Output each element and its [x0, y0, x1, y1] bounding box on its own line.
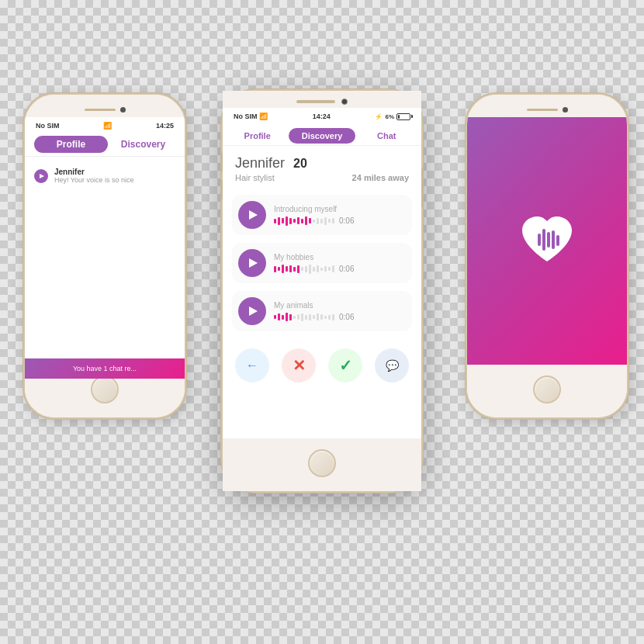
nope-button[interactable]: ✕	[282, 348, 316, 383]
clip-info-1: Introducing myself	[274, 205, 406, 226]
profile-name: Jennifer 20	[235, 155, 409, 171]
play-button-3[interactable]	[238, 297, 266, 325]
svg-rect-4	[556, 235, 559, 246]
back-button[interactable]: ←	[235, 348, 269, 383]
home-button-center[interactable]	[308, 449, 336, 477]
item-name: Jennifer	[54, 168, 175, 176]
speaker-center	[296, 100, 335, 103]
volume-down-button[interactable]	[23, 184, 25, 203]
home-button-right[interactable]	[533, 376, 561, 403]
clip-duration-1: 0:06	[339, 216, 354, 225]
svg-rect-2	[547, 232, 550, 248]
camera-lens-right	[563, 107, 568, 113]
profile-subtitle: Hair stylist 24 miles away	[235, 173, 409, 182]
list-item[interactable]: Jennifer Hey! Your voice is so nice	[31, 163, 178, 189]
audio-clip-2[interactable]: My hobbies	[232, 243, 412, 283]
profile-age: 20	[293, 157, 307, 170]
home-button[interactable]	[91, 376, 119, 403]
speaker-grille-right	[527, 109, 558, 111]
wifi-icon: 📶	[103, 122, 112, 130]
profile-distance: 24 miles away	[352, 173, 409, 182]
power-button[interactable]	[185, 172, 186, 211]
speaker-grille	[85, 109, 116, 111]
audio-clip-3[interactable]: My animals	[232, 291, 412, 331]
audio-clips-list: Introducing myself	[223, 189, 421, 338]
tab-profile-center[interactable]: Profile	[229, 126, 286, 145]
tab-profile[interactable]: Profile	[34, 136, 108, 153]
clip-info-2: My hobbies	[274, 253, 406, 274]
clip-duration-2: 0:06	[339, 265, 354, 273]
item-message: Hey! Your voice is so nice	[54, 176, 175, 184]
audio-clip-1[interactable]: Introducing myself	[232, 195, 412, 235]
center-status-bar: No SIM 📶 14:24 ⚡ 6%	[223, 108, 421, 123]
item-info: Jennifer Hey! Your voice is so nice	[54, 168, 175, 184]
camera-center	[341, 99, 348, 105]
action-buttons: ← ✕ ✓ 💬	[223, 338, 421, 393]
play-button-1[interactable]	[238, 201, 266, 229]
left-phone: No SIM 📶 14:25 Profile Discovery	[23, 93, 186, 419]
clip-label-2: My hobbies	[274, 253, 406, 261]
heart-logo	[516, 209, 578, 274]
chat-notification: You have 1 chat re...	[25, 358, 185, 365]
tab-bar: Profile Discovery	[25, 133, 185, 157]
bluetooth-icon: ⚡	[375, 113, 383, 120]
profile-job: Hair stylist	[235, 173, 275, 182]
play-icon[interactable]	[34, 169, 48, 183]
center-carrier: No SIM 📶	[234, 113, 268, 120]
profile-info: Jennifer 20 Hair stylist 24 miles away	[223, 146, 421, 189]
tab-discovery-center[interactable]: Discovery	[289, 128, 355, 144]
volume-up-button[interactable]	[23, 157, 25, 176]
battery-icon	[396, 113, 410, 120]
tab-discovery[interactable]: Discovery	[109, 133, 177, 156]
clip-duration-3: 0:06	[339, 313, 354, 321]
svg-rect-3	[552, 230, 555, 249]
clip-label-1: Introducing myself	[274, 205, 406, 213]
chat-list: Jennifer Hey! Your voice is so nice	[25, 157, 185, 195]
super-button[interactable]: 💬	[375, 348, 409, 383]
play-button-2[interactable]	[238, 249, 266, 277]
center-time: 14:24	[313, 113, 331, 120]
app-splash-screen	[467, 117, 627, 365]
right-phone	[466, 93, 628, 419]
carrier-text: No SIM	[36, 122, 60, 130]
battery-fill	[398, 115, 400, 119]
volume-down-center[interactable]	[220, 180, 223, 199]
clip-label-3: My animals	[274, 301, 406, 310]
waveform-1: 0:06	[274, 216, 406, 226]
waveform-2: 0:06	[274, 265, 406, 274]
time-text: 14:25	[156, 122, 174, 130]
center-tab-bar: Profile Discovery Chat	[223, 123, 421, 146]
clip-info-3: My animals	[274, 301, 406, 321]
waveform-3: 0:06	[274, 313, 406, 321]
status-bar: No SIM 📶 14:25	[25, 117, 185, 133]
power-button-right[interactable]	[627, 172, 628, 211]
svg-rect-0	[538, 234, 541, 246]
svg-rect-1	[542, 229, 545, 251]
battery-percent: 6%	[385, 113, 394, 120]
center-phone: No SIM 📶 14:24 ⚡ 6% Profile	[221, 43, 423, 446]
like-button[interactable]: ✓	[328, 348, 362, 383]
power-center[interactable]	[421, 168, 424, 207]
tab-chat-center[interactable]: Chat	[358, 126, 415, 145]
volume-up-center[interactable]	[220, 153, 223, 172]
camera-lens	[120, 107, 126, 113]
center-status-right: ⚡ 6%	[375, 113, 410, 120]
